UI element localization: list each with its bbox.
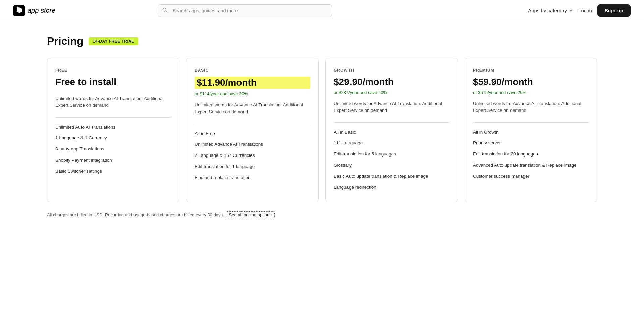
card-features-list: Unlimited Auto AI Translations1 Language… [55, 124, 171, 175]
card-description: Unlimited words for Advance AI Translati… [334, 100, 449, 114]
card-tier-label: BASIC [195, 68, 310, 73]
list-item: All in Growth [473, 129, 589, 136]
chevron-down-icon [569, 9, 573, 13]
trial-badge: 14-DAY FREE TRIAL [89, 37, 138, 45]
list-item: Edit translation for 5 languages [334, 151, 449, 158]
list-item: Shopify Payment integration [55, 157, 171, 164]
card-save: or $114/year and save 20% [195, 91, 310, 96]
main-content: Pricing 14-DAY FREE TRIAL FREE Free to i… [0, 21, 644, 238]
list-item: Edit translation for 1 language [195, 164, 310, 170]
list-item: All in Free [195, 131, 310, 137]
card-features-list: All in GrowthPriority serverEdit transla… [473, 129, 589, 180]
card-divider [195, 124, 310, 124]
list-item: Basic Switcher settings [55, 168, 171, 175]
list-item: Unlimited Advance AI Translations [195, 141, 310, 148]
list-item: 2 Language & 167 Currencies [195, 152, 310, 159]
pricing-card-premium: PREMIUM $59.90/month or $575/year and sa… [465, 58, 597, 202]
card-divider [334, 122, 449, 123]
card-tier-label: PREMIUM [473, 68, 589, 73]
search-input[interactable] [158, 4, 332, 17]
list-item: Basic Auto update translation & Replace … [334, 173, 449, 180]
svg-line-2 [166, 11, 167, 12]
card-divider [55, 117, 171, 118]
logo[interactable]: app store [13, 5, 55, 16]
list-item: All in Basic [334, 129, 449, 136]
page-title: Pricing [47, 35, 83, 47]
card-tier-label: GROWTH [334, 68, 449, 73]
footer-note: All charges are billed in USD. Recurring… [47, 211, 597, 218]
card-description: Unlimited words for Advance AI Translati… [195, 102, 310, 116]
card-price: $59.90/month [473, 77, 589, 87]
apps-by-category-label: Apps by category [528, 8, 567, 13]
search-bar [158, 4, 332, 17]
list-item: Edit translation for 20 languages [473, 151, 589, 158]
list-item: Unlimited Auto AI Translations [55, 124, 171, 131]
pricing-card-basic: BASIC $11.90/month or $114/year and save… [186, 58, 319, 202]
login-button[interactable]: Log in [578, 8, 592, 13]
apps-by-category-menu[interactable]: Apps by category [528, 8, 573, 13]
search-icon [162, 7, 168, 14]
pricing-header: Pricing 14-DAY FREE TRIAL [47, 35, 597, 47]
pricing-cards-row: FREE Free to install Unlimited words for… [47, 58, 597, 202]
see-all-pricing-link[interactable]: See all pricing options [226, 211, 275, 218]
logo-text: app store [28, 7, 55, 14]
card-description: Unlimited words for Advance AI Translati… [55, 95, 171, 109]
card-save: or $287/year and save 20% [334, 90, 449, 95]
signup-button[interactable]: Sign up [597, 4, 631, 17]
list-item: Language redirection [334, 184, 449, 191]
list-item: Find and replace translation [195, 175, 310, 181]
card-price: Free to install [55, 77, 171, 87]
list-item: Priority server [473, 140, 589, 146]
list-item: 111 Language [334, 140, 449, 146]
card-divider [473, 122, 589, 123]
pricing-card-free: FREE Free to install Unlimited words for… [47, 58, 179, 202]
list-item: 1 Language & 1 Currency [55, 135, 171, 141]
pricing-card-growth: GROWTH $29.90/month or $287/year and sav… [325, 58, 458, 202]
shopify-logo-icon [13, 5, 25, 16]
list-item: Advanced Auto update translation & Repla… [473, 162, 589, 169]
card-save: or $575/year and save 20% [473, 90, 589, 95]
card-price: $11.90/month [195, 77, 310, 89]
list-item: Customer success manager [473, 173, 589, 180]
card-features-list: All in FreeUnlimited Advance AI Translat… [195, 131, 310, 181]
list-item: 3-party-app Translations [55, 146, 171, 152]
navbar-right: Apps by category Log in Sign up [528, 4, 631, 17]
card-features-list: All in Basic111 LanguageEdit translation… [334, 129, 449, 191]
card-price: $29.90/month [334, 77, 449, 87]
card-tier-label: FREE [55, 68, 171, 73]
billing-note-text: All charges are billed in USD. Recurring… [47, 212, 224, 217]
list-item: Glossary [334, 162, 449, 169]
card-description: Unlimited words for Advance AI Translati… [473, 100, 589, 114]
navbar: app store Apps by category Log in Sign u… [0, 0, 644, 21]
